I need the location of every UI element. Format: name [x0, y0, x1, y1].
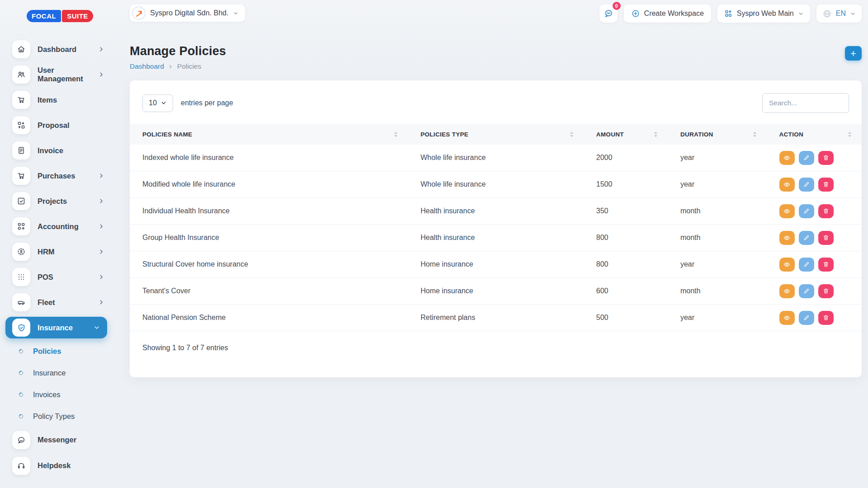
trash-icon: [822, 314, 830, 321]
delete-button[interactable]: [818, 204, 834, 218]
view-button[interactable]: [779, 311, 795, 325]
edit-button[interactable]: [799, 204, 814, 218]
bullet-icon: [18, 370, 24, 376]
amount-cell: 1500: [584, 180, 668, 188]
add-policy-button[interactable]: [845, 46, 862, 61]
sort-icon[interactable]: [752, 131, 758, 138]
icon-box: [12, 40, 30, 58]
action-cell: [767, 231, 862, 245]
sidebar-item-label: Items: [38, 96, 104, 104]
invoice-icon: [17, 146, 26, 155]
sort-icon[interactable]: [653, 131, 659, 138]
edit-button[interactable]: [799, 178, 814, 192]
focal-suite-logo[interactable]: FOCAL SUITE: [27, 10, 112, 22]
delete-button[interactable]: [818, 284, 834, 298]
view-button[interactable]: [779, 284, 795, 298]
page-title: Manage Policies: [130, 44, 226, 58]
create-workspace-button[interactable]: Create Workspace: [624, 5, 711, 23]
column-header-amount: AMOUNT: [584, 131, 668, 138]
sidebar-item-hrm[interactable]: HRM: [0, 239, 112, 264]
column-header-action: ACTION: [767, 131, 862, 138]
action-cell: [767, 178, 862, 192]
policy-type-cell: Whole life insurance: [408, 154, 584, 162]
duration-cell: year: [668, 180, 767, 188]
search-input[interactable]: [762, 93, 849, 113]
edit-button[interactable]: [799, 311, 814, 325]
policy-type-cell: Home insurance: [408, 260, 584, 268]
shield-icon: [17, 323, 26, 333]
sidebar-subitem-policies[interactable]: Policies: [0, 340, 112, 362]
duration-cell: month: [668, 234, 767, 242]
page-size-select[interactable]: 10: [142, 94, 173, 112]
icon-box: [12, 192, 30, 210]
duration-cell: month: [668, 207, 767, 215]
sidebar-item-helpdesk[interactable]: Helpdesk: [0, 453, 112, 479]
action-buttons: [779, 311, 853, 325]
sort-icon[interactable]: [393, 131, 399, 138]
chevron-right-icon: [98, 223, 104, 230]
users-icon: [17, 70, 26, 79]
language-selector[interactable]: EN: [816, 5, 862, 23]
sidebar-item-messenger[interactable]: Messenger: [0, 427, 112, 453]
sidebar-item-label: POS: [38, 273, 98, 282]
view-button[interactable]: [779, 204, 795, 218]
sidebar-item-items[interactable]: Items: [0, 87, 112, 113]
logo-focal-text: FOCAL: [27, 10, 61, 22]
sidebar-item-fleet[interactable]: Fleet: [0, 290, 112, 315]
icon-box: [12, 243, 30, 261]
edit-button[interactable]: [799, 258, 814, 272]
delete-button[interactable]: [818, 151, 834, 165]
icon-box: [12, 167, 30, 185]
trash-icon: [822, 261, 830, 268]
view-button[interactable]: [779, 178, 795, 192]
workspace-switcher[interactable]: Syspro Web Main: [717, 5, 810, 23]
chevron-right-icon: [98, 46, 104, 52]
sidebar-item-invoice[interactable]: Invoice: [0, 138, 112, 163]
action-cell: [767, 204, 862, 218]
delete-button[interactable]: [818, 311, 834, 325]
action-cell: [767, 284, 862, 298]
sidebar-item-dashboard[interactable]: Dashboard: [0, 37, 112, 62]
chevron-down-icon: [94, 324, 100, 331]
sort-icon[interactable]: [847, 131, 853, 138]
action-buttons: [779, 258, 853, 272]
action-buttons: [779, 204, 853, 218]
sidebar-item-insurance[interactable]: Insurance: [5, 317, 107, 338]
view-button[interactable]: [779, 151, 795, 165]
view-button[interactable]: [779, 231, 795, 245]
workspace-selector[interactable]: Syspro Digital Sdn. Bhd.: [130, 5, 245, 22]
sidebar-subitem-insurance[interactable]: Insurance: [0, 362, 112, 384]
breadcrumb-dashboard-link[interactable]: Dashboard: [130, 62, 164, 70]
icon-box: [12, 116, 30, 134]
sidebar-item-proposal[interactable]: Proposal: [0, 113, 112, 138]
sidebar-item-projects[interactable]: Projects: [0, 188, 112, 214]
chat-button[interactable]: 0: [599, 5, 618, 23]
edit-button[interactable]: [799, 231, 814, 245]
edit-button[interactable]: [799, 284, 814, 298]
sort-icon[interactable]: [569, 131, 575, 138]
duration-cell: month: [668, 287, 767, 295]
sidebar-subitem-invoices[interactable]: Invoices: [0, 384, 112, 405]
create-workspace-label: Create Workspace: [644, 9, 704, 18]
action-buttons: [779, 178, 853, 192]
icon-box: [12, 457, 30, 475]
delete-button[interactable]: [818, 258, 834, 272]
eye-icon: [783, 234, 791, 242]
proposal-icon: [17, 121, 26, 130]
column-header-label: POLICIES TYPE: [420, 131, 468, 138]
sidebar-item-accounting[interactable]: Accounting: [0, 214, 112, 239]
policy-name-cell: Modified whole life insurance: [130, 180, 408, 188]
edit-button[interactable]: [799, 151, 814, 165]
sidebar-item-label: Messenger: [38, 436, 104, 444]
view-button[interactable]: [779, 258, 795, 272]
sidebar-item-pos[interactable]: POS: [0, 264, 112, 290]
amount-cell: 2000: [584, 154, 668, 162]
delete-button[interactable]: [818, 231, 834, 245]
sidebar-subitem-policy-types[interactable]: Policy Types: [0, 405, 112, 427]
sidebar-item-purchases[interactable]: Purchases: [0, 163, 112, 188]
table-controls: 10 entries per page: [130, 80, 862, 124]
workspace-switcher-label: Syspro Web Main: [737, 9, 794, 18]
action-buttons: [779, 151, 853, 165]
sidebar-item-user-management[interactable]: User Management: [0, 62, 112, 87]
delete-button[interactable]: [818, 178, 834, 192]
